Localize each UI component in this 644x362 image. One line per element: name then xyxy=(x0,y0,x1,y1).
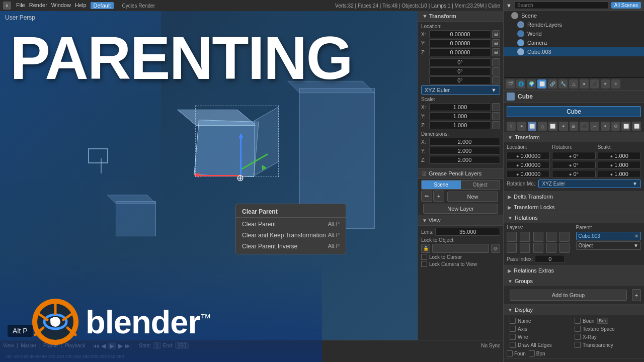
dim-z-value[interactable]: 2.000 xyxy=(429,156,500,164)
outliner-item-renderlayers[interactable]: RenderLayers xyxy=(503,20,644,29)
layer-4[interactable] xyxy=(546,232,556,242)
scene-filter-dropdown[interactable]: All Scenes xyxy=(611,2,641,9)
gp-new-btn[interactable]: New xyxy=(447,192,498,202)
menu-file[interactable]: File xyxy=(16,2,25,9)
location-x-value[interactable]: 0.00000 xyxy=(429,30,491,38)
location-x-copy[interactable]: ⊞ xyxy=(492,30,500,38)
outliner-search[interactable] xyxy=(515,2,608,9)
props-icon2-4[interactable]: △ xyxy=(538,122,547,131)
rotation-y-value[interactable]: 0° xyxy=(429,67,491,75)
lock-object-field[interactable] xyxy=(432,244,489,253)
rotation-z-value[interactable]: 0° xyxy=(429,76,491,84)
obj-scale-x[interactable]: ● 1.000 xyxy=(598,152,641,160)
display-axis-checkbox[interactable] xyxy=(510,326,516,332)
transform-section-header-right[interactable]: ▼ Transform xyxy=(504,132,644,142)
props-icon2-12[interactable]: ⬜ xyxy=(621,122,630,131)
add-group-plus-btn[interactable]: + xyxy=(632,289,641,301)
pass-index-value[interactable]: 0 xyxy=(535,255,565,263)
scale-y-copy[interactable] xyxy=(492,112,500,120)
scale-x-value[interactable]: 1.000 xyxy=(429,103,491,111)
props-icon2-6[interactable]: ● xyxy=(559,122,568,131)
outliner-item-world[interactable]: World xyxy=(503,29,644,38)
dim-y-value[interactable]: 2.000 xyxy=(429,147,500,155)
menu-help[interactable]: Help xyxy=(75,2,87,9)
outliner-item-camera[interactable]: Camera xyxy=(503,38,644,47)
delta-transform-header[interactable]: ▶ Delta Transform xyxy=(504,192,644,202)
menu-view[interactable]: View xyxy=(3,343,14,348)
obj-loc-y[interactable]: ● 0.00000 xyxy=(507,161,550,169)
location-z-value[interactable]: 0.00000 xyxy=(429,48,491,56)
rotation-mode-dropdown[interactable]: XYZ Euler ▼ xyxy=(421,85,500,95)
props-icon-scene[interactable]: 🌐 xyxy=(516,79,525,88)
layer-3[interactable] xyxy=(533,232,543,242)
lock-object-target[interactable]: ◎ xyxy=(491,244,500,253)
layer-7[interactable] xyxy=(520,243,530,253)
relations-header[interactable]: ▼ Relations xyxy=(504,213,644,223)
rotation-y-copy[interactable] xyxy=(492,67,500,75)
object-name-field[interactable]: Cube xyxy=(507,106,641,117)
rotation-x-copy[interactable] xyxy=(492,58,500,66)
rotation-z-copy[interactable] xyxy=(492,76,500,84)
layer-6[interactable] xyxy=(507,243,517,253)
menu-window[interactable]: Window xyxy=(51,2,71,9)
obj-rot-x[interactable]: ● 0° xyxy=(552,152,595,160)
obj-loc-z[interactable]: ● 0.00000 xyxy=(507,170,550,178)
context-menu-item-clear-inverse[interactable]: Clear Parent Inverse Alt P xyxy=(236,241,346,252)
gp-scene-btn[interactable]: Scene xyxy=(422,180,461,189)
outliner-item-scene[interactable]: Scene xyxy=(503,11,644,20)
location-y-value[interactable]: 0.00000 xyxy=(429,39,491,47)
gp-plus-icon[interactable]: + xyxy=(433,191,444,202)
props-icon2-2[interactable]: ● xyxy=(517,122,526,131)
groups-header[interactable]: ▼ Groups xyxy=(504,276,644,286)
dim-x-value[interactable]: 2.000 xyxy=(429,138,500,146)
props-icon-data[interactable]: △ xyxy=(569,79,578,88)
display-wire-checkbox[interactable] xyxy=(510,334,516,340)
rot-mode-dropdown[interactable]: XYZ Euler ▼ xyxy=(538,179,641,188)
display-draw-edges-checkbox[interactable] xyxy=(510,342,516,348)
props-icon-world[interactable]: 🌍 xyxy=(527,79,536,88)
scale-z-value[interactable]: 1.000 xyxy=(429,121,491,129)
props-icon2-11[interactable]: ⚙ xyxy=(611,122,620,131)
obj-rot-y[interactable]: ● 0° xyxy=(552,161,595,169)
display-name-checkbox[interactable] xyxy=(510,318,516,324)
props-icon2-10[interactable]: ✦ xyxy=(601,122,610,131)
add-group-button[interactable]: Add to Group xyxy=(510,290,627,301)
location-z-copy[interactable]: ⊞ xyxy=(492,48,500,56)
props-icon-texture[interactable]: ⬛ xyxy=(590,79,599,88)
lens-value[interactable]: 35.000 xyxy=(435,228,500,236)
display-texspace-checkbox[interactable] xyxy=(575,326,581,332)
gp-pencil-icon[interactable]: ✏ xyxy=(421,191,432,202)
lock-camera-checkbox[interactable] xyxy=(421,261,427,267)
display-bounds-checkbox[interactable] xyxy=(575,318,581,324)
layer-8[interactable] xyxy=(533,243,543,253)
props-icon-render[interactable]: 🎬 xyxy=(506,79,515,88)
lock-object-icon[interactable]: 🔒 xyxy=(421,244,430,253)
menu-render[interactable]: Render xyxy=(29,2,47,9)
sync-mode[interactable]: No Sync xyxy=(481,343,500,348)
obj-scale-z[interactable]: ● 1.000 xyxy=(598,170,641,178)
layer-5[interactable] xyxy=(559,232,570,242)
obj-loc-x[interactable]: ● 0.00000 xyxy=(507,152,550,160)
layer-1[interactable] xyxy=(507,232,517,242)
props-icon-modifiers[interactable]: 🔧 xyxy=(558,79,568,88)
obj-scale-y[interactable]: ● 1.000 xyxy=(598,161,641,169)
display-bon-checkbox[interactable] xyxy=(529,350,535,356)
layout-preset[interactable]: Default xyxy=(91,2,114,9)
props-icon-material[interactable]: ● xyxy=(580,79,589,88)
gp-new-layer-btn[interactable]: New Layer xyxy=(421,204,500,214)
props-icon2-13[interactable]: ⬜ xyxy=(632,122,641,131)
props-icon2-5[interactable]: ⬜ xyxy=(548,122,557,131)
props-icon2-8[interactable]: ⬛ xyxy=(580,122,589,131)
scale-x-copy[interactable] xyxy=(492,103,500,111)
props-icon-physics[interactable]: ⚛ xyxy=(611,79,620,88)
location-y-copy[interactable]: ⊞ xyxy=(492,39,500,47)
relations-extras-header[interactable]: ▶ Relations Extras xyxy=(504,265,644,276)
props-icon2-cube[interactable]: ⬜ xyxy=(528,122,537,131)
layer-2[interactable] xyxy=(520,232,530,242)
scale-z-copy[interactable] xyxy=(492,121,500,129)
parent-x-btn[interactable]: ✕ xyxy=(634,233,638,239)
context-menu-item-keep-transform[interactable]: Clear and Keep Transformation Alt P xyxy=(236,230,346,241)
parent-type-dropdown[interactable]: Object ▼ xyxy=(576,241,641,250)
props-icon2-7[interactable]: ⊞ xyxy=(570,122,579,131)
props-icon2-1[interactable]: ○ xyxy=(507,122,516,131)
